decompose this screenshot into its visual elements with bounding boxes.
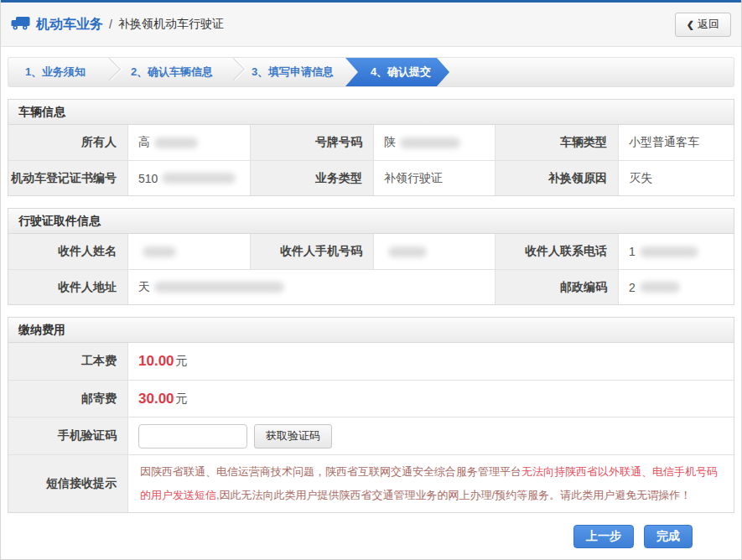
production-fee-value: 10.00 元 bbox=[127, 343, 734, 380]
postal-code-label: 邮政编码 bbox=[495, 270, 618, 304]
step-2-confirm-vehicle: 2、确认车辆信息 bbox=[117, 58, 226, 86]
recipient-address-value: 天 bbox=[127, 270, 495, 304]
recipient-mobile-label: 收件人手机号码 bbox=[250, 234, 373, 269]
redacted-value bbox=[154, 137, 198, 148]
owner-value: 高 bbox=[127, 125, 250, 160]
recipient-phone-label: 收件人联系电话 bbox=[495, 234, 618, 269]
sms-code-input[interactable] bbox=[138, 424, 247, 449]
production-fee-unit: 元 bbox=[176, 354, 188, 369]
page: 机动车业务 / 补换领机动车行驶证 ❮ 返回 1、业务须知 2、确认车辆信息 3… bbox=[0, 0, 742, 560]
redacted-value bbox=[640, 282, 680, 293]
table-row: 邮寄费 30.00 元 bbox=[8, 380, 734, 417]
vehicle-info-panel: 车辆信息 所有人 高 号牌号码 陕 车辆类型 小型普通客车 机动车登记证书编号 … bbox=[8, 99, 734, 196]
previous-step-button[interactable]: 上一步 bbox=[573, 525, 634, 548]
get-sms-code-button[interactable]: 获取验证码 bbox=[254, 424, 332, 449]
redacted-value bbox=[162, 173, 236, 184]
step-wizard: 1、业务须知 2、确认车辆信息 3、填写申请信息 4、确认提交 bbox=[8, 57, 734, 87]
replacement-reason-value: 灭失 bbox=[618, 161, 734, 195]
business-type-value: 补领行驶证 bbox=[373, 161, 495, 195]
finish-button[interactable]: 完成 bbox=[644, 525, 693, 548]
table-row: 所有人 高 号牌号码 陕 车辆类型 小型普通客车 bbox=[8, 125, 734, 160]
payment-panel: 缴纳费用 工本费 10.00 元 邮寄费 30.00 元 手机验证码 获取验证码… bbox=[8, 317, 734, 513]
sms-notice-part1: 因陕西省联通、电信运营商技术问题，陕西省互联网交通安全综合服务管理平台 bbox=[140, 465, 521, 478]
plate-number-value: 陕 bbox=[373, 125, 495, 160]
postage-fee-label: 邮寄费 bbox=[8, 381, 127, 417]
recipient-address-label: 收件人地址 bbox=[8, 270, 127, 304]
sms-code-label: 手机验证码 bbox=[8, 417, 127, 454]
redacted-value bbox=[143, 246, 176, 257]
recipient-name-label: 收件人姓名 bbox=[8, 234, 127, 269]
pickup-info-title: 行驶证取件信息 bbox=[8, 209, 734, 234]
vehicle-info-title: 车辆信息 bbox=[8, 100, 734, 125]
table-row: 手机验证码 获取验证码 bbox=[8, 417, 734, 454]
table-row: 收件人姓名 收件人手机号码 收件人联系电话 1 bbox=[8, 234, 734, 269]
table-row: 收件人地址 天 邮政编码 2 bbox=[8, 269, 734, 304]
postage-fee-unit: 元 bbox=[176, 391, 188, 407]
redacted-value bbox=[400, 137, 460, 148]
title-separator: / bbox=[109, 18, 112, 31]
sms-notice-part2: ,因此无法向此类用户提供陕西省交通管理业务的网上办理/预约等服务。请此类用户避免… bbox=[216, 489, 691, 501]
registration-cert-no-label: 机动车登记证书编号 bbox=[8, 161, 127, 195]
vehicle-type-label: 车辆类型 bbox=[495, 125, 618, 160]
replacement-reason-label: 补换领原因 bbox=[495, 161, 618, 195]
recipient-mobile-value bbox=[373, 234, 495, 269]
plate-number-label: 号牌号码 bbox=[250, 125, 373, 160]
page-title: 补换领机动车行驶证 bbox=[118, 17, 224, 32]
recipient-phone-value: 1 bbox=[618, 234, 734, 269]
sms-notice-text: 因陕西省联通、电信运营商技术问题，陕西省互联网交通安全综合服务管理平台无法向持陕… bbox=[127, 455, 734, 512]
step-3-fill-application: 3、填写申请信息 bbox=[241, 58, 344, 86]
table-row: 短信接收提示 因陕西省联通、电信运营商技术问题，陕西省互联网交通安全综合服务管理… bbox=[8, 454, 734, 512]
app-title: 机动车业务 bbox=[36, 16, 103, 34]
pickup-info-panel: 行驶证取件信息 收件人姓名 收件人手机号码 收件人联系电话 1 收件人地址 天 … bbox=[8, 208, 734, 305]
table-row: 工本费 10.00 元 bbox=[8, 343, 734, 380]
back-button-label: 返回 bbox=[698, 17, 719, 32]
recipient-name-value bbox=[127, 234, 250, 269]
postage-fee-amount: 30.00 bbox=[138, 391, 174, 407]
owner-label: 所有人 bbox=[8, 125, 127, 160]
payment-title: 缴纳费用 bbox=[8, 318, 734, 343]
production-fee-amount: 10.00 bbox=[138, 353, 174, 370]
table-row: 机动车登记证书编号 510 业务类型 补领行驶证 补换领原因 灭失 bbox=[8, 160, 734, 195]
back-button[interactable]: ❮ 返回 bbox=[675, 13, 731, 37]
registration-cert-no-value: 510 bbox=[127, 161, 250, 195]
step-1-business-notice: 1、业务须知 bbox=[8, 58, 102, 86]
step-separator-icon bbox=[226, 58, 241, 86]
sms-code-cell: 获取验证码 bbox=[127, 417, 734, 454]
bottom-actions: 上一步 完成 bbox=[1, 525, 741, 548]
step-4-confirm-submit-active: 4、确认提交 bbox=[345, 58, 449, 86]
vehicle-type-value: 小型普通客车 bbox=[618, 125, 734, 160]
redacted-value bbox=[640, 246, 698, 257]
app-header: 机动车业务 / 补换领机动车行驶证 ❮ 返回 bbox=[1, 3, 741, 47]
business-type-label: 业务类型 bbox=[250, 161, 373, 195]
postal-code-value: 2 bbox=[618, 270, 734, 304]
truck-icon bbox=[11, 16, 30, 34]
redacted-value bbox=[388, 246, 427, 257]
sms-notice-label: 短信接收提示 bbox=[8, 455, 127, 512]
postage-fee-value: 30.00 元 bbox=[127, 381, 734, 417]
redacted-value bbox=[154, 282, 284, 293]
back-chevron-icon: ❮ bbox=[687, 19, 694, 30]
step-separator-icon bbox=[102, 58, 117, 86]
production-fee-label: 工本费 bbox=[8, 343, 127, 380]
